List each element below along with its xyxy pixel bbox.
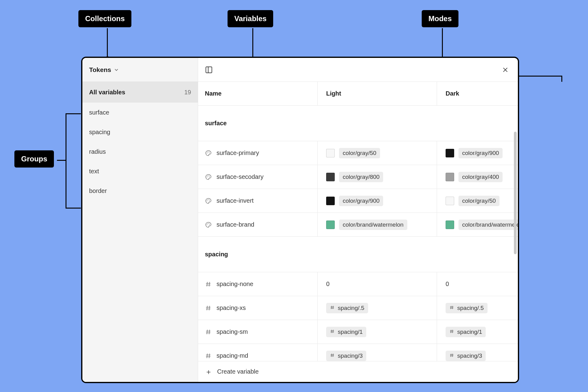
variables-scroll-area[interactable]: surfacesurface-primarycolor/gray/50color… [198,106,518,361]
variable-row[interactable]: spacing-mdspacing/3spacing/3 [198,344,518,361]
variable-row[interactable]: spacing-none00 [198,272,518,296]
scrollbar[interactable] [514,132,517,254]
sidebar-group-item[interactable]: border [82,181,198,201]
variable-value-cell[interactable]: color/brand/watermelon [318,213,437,236]
chevron-down-icon [114,68,119,72]
color-swatch [446,149,454,157]
color-swatch [326,221,335,229]
variable-value-cell[interactable]: color/gray/800 [318,165,437,189]
variable-row[interactable]: spacing-smspacing/1spacing/1 [198,320,518,344]
variable-value-cell[interactable]: spacing/1 [318,320,437,344]
alias-chip[interactable]: spacing/1 [446,327,486,337]
svg-rect-0 [206,67,212,73]
color-swatch [326,149,335,157]
all-variables-label: All variables [89,89,125,96]
alias-chip[interactable]: color/brand/watermelon [339,220,407,230]
variable-value-cell[interactable]: spacing/.5 [437,296,518,320]
variables-panel: Tokens All variables 19 surfacespacingra… [81,57,519,383]
alias-chip[interactable]: spacing/.5 [326,303,368,313]
alias-chip[interactable]: color/gray/50 [339,148,380,158]
alias-chip[interactable]: color/gray/400 [458,172,503,182]
palette-icon [205,221,212,228]
connector-line [107,28,108,58]
connector-line [66,113,81,114]
variable-value-cell[interactable]: 0 [318,272,437,296]
variable-name-cell[interactable]: surface-primary [198,141,318,165]
variable-name-cell[interactable]: spacing-xs [198,296,318,320]
create-variable-label: Create variable [217,368,259,375]
palette-icon [205,174,212,180]
variable-value-cell[interactable]: spacing/3 [437,344,518,361]
variable-name: spacing-md [217,352,248,359]
alias-chip[interactable]: color/gray/900 [458,148,503,158]
variable-value-cell[interactable]: spacing/.5 [318,296,437,320]
variable-name-cell[interactable]: spacing-md [198,344,318,361]
alias-chip[interactable]: spacing/3 [326,351,366,361]
variable-name-cell[interactable]: spacing-none [198,272,318,296]
color-swatch [446,221,454,229]
sidebar-group-item[interactable]: text [82,161,198,181]
number-icon [449,305,454,311]
alias-chip[interactable]: spacing/.5 [446,303,488,313]
alias-chip[interactable]: color/gray/800 [339,172,383,182]
variable-name-cell[interactable]: surface-secodary [198,165,318,189]
svg-point-16 [209,223,209,224]
variable-name: surface-invert [217,197,254,204]
variable-value-cell[interactable]: 0 [437,272,518,296]
color-swatch [326,173,335,181]
variable-group-header: spacing [198,237,518,272]
variable-value-cell[interactable]: color/gray/900 [318,189,437,213]
number-icon [330,329,335,335]
variable-name: surface-brand [217,221,254,228]
variable-name-cell[interactable]: surface-invert [198,189,318,213]
variable-value-cell[interactable]: color/brand/watermelon [437,213,518,236]
variable-row[interactable]: surface-secodarycolor/gray/800color/gray… [198,165,518,189]
svg-point-5 [209,153,210,153]
color-swatch [446,173,454,181]
variable-value-cell[interactable]: color/gray/900 [437,141,518,165]
collection-picker[interactable]: Tokens [82,58,198,82]
alias-chip[interactable]: color/gray/50 [458,196,499,206]
number-icon [330,305,335,311]
svg-point-6 [207,176,207,177]
variable-row[interactable]: surface-brandcolor/brand/watermeloncolor… [198,213,518,237]
variable-value-cell[interactable]: color/gray/400 [437,165,518,189]
column-mode-header[interactable]: Dark [437,82,519,105]
variable-name-cell[interactable]: surface-brand [198,213,318,236]
create-variable-button[interactable]: ＋ Create variable [198,361,518,382]
panel-layout-icon[interactable] [205,66,213,74]
svg-point-7 [207,175,208,176]
column-mode-header[interactable]: Light [318,82,437,105]
alias-chip[interactable]: color/brand/watermelon [458,220,518,230]
variable-name: spacing-xs [217,304,246,311]
svg-point-13 [209,200,210,201]
variable-value-cell[interactable]: color/gray/50 [437,189,518,213]
callout-variables: Variables [228,10,273,27]
svg-point-8 [209,175,209,176]
sidebar-all-variables[interactable]: All variables 19 [82,82,198,103]
variable-name-cell[interactable]: spacing-sm [198,320,318,344]
all-variables-count: 19 [184,89,191,96]
connector-line [57,160,66,161]
variable-name: spacing-none [217,281,253,288]
variable-value-cell[interactable]: spacing/3 [318,344,437,361]
sidebar-group-item[interactable]: spacing [82,122,198,142]
alias-chip[interactable]: spacing/3 [446,351,486,361]
svg-point-15 [207,223,208,224]
svg-point-17 [209,224,210,225]
close-icon[interactable] [502,66,509,73]
number-icon [449,329,454,335]
variable-value-cell[interactable]: spacing/1 [437,320,518,344]
variable-value-cell[interactable]: color/gray/50 [318,141,437,165]
variable-row[interactable]: spacing-xsspacing/.5spacing/.5 [198,296,518,320]
svg-point-2 [207,153,207,153]
alias-chip[interactable]: color/gray/900 [339,196,383,206]
svg-point-10 [207,200,207,201]
main-area: Name Light Dark ＋ surfacesurface-primary… [198,58,518,382]
sidebar-group-item[interactable]: surface [82,103,198,122]
connector-line [66,208,81,209]
variable-row[interactable]: surface-invertcolor/gray/900color/gray/5… [198,189,518,213]
sidebar-group-item[interactable]: radius [82,142,198,161]
alias-chip[interactable]: spacing/1 [326,327,366,337]
variable-row[interactable]: surface-primarycolor/gray/50color/gray/9… [198,141,518,165]
